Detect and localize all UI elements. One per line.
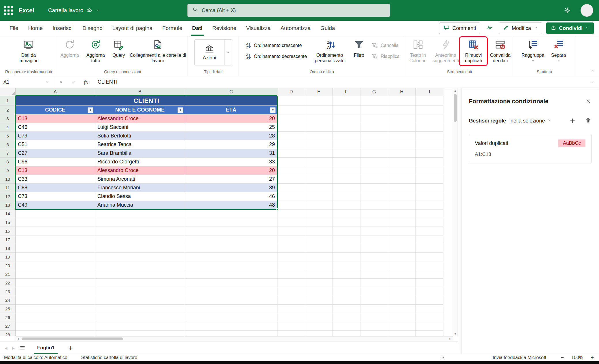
cell-F10[interactable] (333, 175, 360, 184)
cell-B22[interactable] (95, 279, 185, 287)
cell-B9[interactable]: Alessandro Croce (95, 166, 185, 175)
cell-F11[interactable] (333, 184, 360, 192)
formula-content[interactable]: CLIENTI (98, 79, 118, 85)
cell-A17[interactable] (16, 235, 95, 244)
cell-C18[interactable] (185, 244, 277, 253)
ribbon-button-collegamenti-alle-cartelle-di-lavoro[interactable]: Collegamenti alle cartelle di lavoro (129, 38, 187, 65)
cell-A16[interactable] (16, 227, 95, 235)
cell-D18[interactable] (277, 244, 305, 253)
cell-B25[interactable] (95, 305, 185, 313)
cell-H1[interactable] (388, 96, 416, 106)
cell-H20[interactable] (388, 261, 416, 270)
cell-F21[interactable] (333, 270, 360, 279)
row-header-17[interactable]: 17 (0, 235, 16, 244)
ribbon-button-filtro[interactable]: Filtro (350, 38, 368, 59)
cell-A10[interactable]: C33 (16, 175, 95, 184)
cell-E25[interactable] (305, 305, 333, 313)
cell-F20[interactable] (333, 261, 360, 270)
cell-A12[interactable]: C73 (16, 192, 95, 201)
cell-C24[interactable] (185, 296, 277, 305)
row-header-13[interactable]: 13 (0, 201, 16, 210)
cell-G13[interactable] (360, 201, 388, 210)
cell-E16[interactable] (305, 227, 333, 235)
cell-D2[interactable] (277, 106, 305, 114)
cell-C11[interactable]: 39 (185, 184, 277, 192)
cell-E15[interactable] (305, 218, 333, 227)
cell-H24[interactable] (388, 296, 416, 305)
cell-F25[interactable] (333, 305, 360, 313)
tab-file[interactable]: File (5, 21, 23, 36)
cell-I4[interactable] (416, 123, 443, 132)
cell-D21[interactable] (277, 270, 305, 279)
cell-B26[interactable] (95, 313, 185, 322)
row-header-15[interactable]: 15 (0, 218, 16, 227)
col-header-A[interactable]: A (16, 88, 95, 96)
cell-D10[interactable] (277, 175, 305, 184)
cell-A22[interactable] (16, 279, 95, 287)
cell-B2[interactable]: NOME E COGNOME▾ (95, 106, 185, 114)
cell-E13[interactable] (305, 201, 333, 210)
settings-gear-icon[interactable] (561, 4, 574, 17)
ribbon-button-query[interactable]: Query (109, 38, 128, 59)
cell-A4[interactable]: C46 (16, 123, 95, 132)
cell-F24[interactable] (333, 296, 360, 305)
cell-A20[interactable] (16, 261, 95, 270)
formula-bar-expand-icon[interactable] (590, 80, 599, 84)
cell-F2[interactable] (333, 106, 360, 114)
cell-A21[interactable] (16, 270, 95, 279)
close-icon[interactable] (585, 98, 592, 104)
app-launcher-icon[interactable] (0, 0, 17, 21)
cell-F23[interactable] (333, 287, 360, 296)
filter-dropdown-button[interactable]: ▾ (177, 107, 183, 113)
cell-D3[interactable] (277, 114, 305, 123)
confirm-entry-icon[interactable] (71, 80, 76, 85)
cell-A15[interactable] (16, 218, 95, 227)
cell-E3[interactable] (305, 114, 333, 123)
cell-I19[interactable] (416, 253, 443, 261)
cell-H10[interactable] (388, 175, 416, 184)
cell-G24[interactable] (360, 296, 388, 305)
cell-B13[interactable]: Arianna Muccia (95, 201, 185, 210)
cell-F26[interactable] (333, 313, 360, 322)
cell-H28[interactable] (388, 331, 416, 336)
row-header-16[interactable]: 16 (0, 227, 16, 235)
cell-I9[interactable] (416, 166, 443, 175)
cell-E10[interactable] (305, 175, 333, 184)
cell-D6[interactable] (277, 140, 305, 149)
cell-D20[interactable] (277, 261, 305, 270)
row-header-12[interactable]: 12 (0, 192, 16, 201)
cell-H5[interactable] (388, 132, 416, 140)
col-header-E[interactable]: E (305, 88, 333, 96)
cell-I28[interactable] (416, 331, 443, 336)
row-header-5[interactable]: 5 (0, 132, 16, 140)
cell-E18[interactable] (305, 244, 333, 253)
row-header-18[interactable]: 18 (0, 244, 16, 253)
cell-I20[interactable] (416, 261, 443, 270)
cell-I5[interactable] (416, 132, 443, 140)
cell-F1[interactable] (333, 96, 360, 106)
cell-I26[interactable] (416, 313, 443, 322)
cell-C6[interactable]: 29 (185, 140, 277, 149)
cell-A11[interactable]: C88 (16, 184, 95, 192)
tab-revisione[interactable]: Revisione (207, 21, 241, 36)
cell-C16[interactable] (185, 227, 277, 235)
cell-H18[interactable] (388, 244, 416, 253)
cell-F12[interactable] (333, 192, 360, 201)
cell-F15[interactable] (333, 218, 360, 227)
feedback-link[interactable]: Invia feedback a Microsoft (493, 355, 546, 360)
cell-F16[interactable] (333, 227, 360, 235)
cell-C25[interactable] (185, 305, 277, 313)
cell-B21[interactable] (95, 270, 185, 279)
scroll-down-icon[interactable]: ▾ (453, 331, 457, 336)
cell-F4[interactable] (333, 123, 360, 132)
zoom-out-button[interactable]: − (561, 354, 564, 361)
cell-I1[interactable] (416, 96, 443, 106)
row-header-24[interactable]: 24 (0, 296, 16, 305)
cell-E9[interactable] (305, 166, 333, 175)
cell-F9[interactable] (333, 166, 360, 175)
ribbon-button-separa[interactable]: Separa (547, 38, 570, 65)
cell-G20[interactable] (360, 261, 388, 270)
cell-F18[interactable] (333, 244, 360, 253)
cell-E5[interactable] (305, 132, 333, 140)
cell-G17[interactable] (360, 235, 388, 244)
